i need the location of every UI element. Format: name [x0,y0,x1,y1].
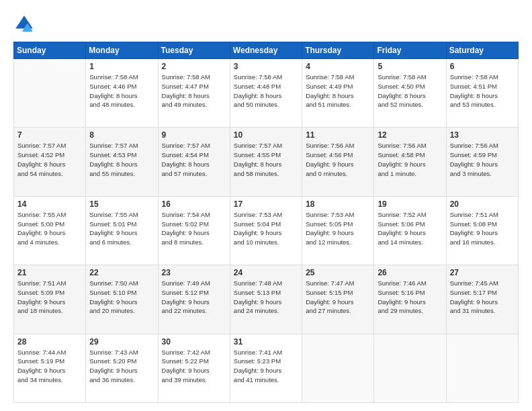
day-number: 22 [89,268,154,277]
day-info: Sunrise: 7:57 AMSunset: 4:52 PMDaylight:… [17,141,82,178]
day-number: 12 [378,130,442,140]
calendar-cell [302,334,374,402]
calendar-cell: 24Sunrise: 7:48 AMSunset: 5:13 PMDayligh… [230,265,302,334]
calendar-cell [374,334,446,402]
calendar-cell: 14Sunrise: 7:55 AMSunset: 5:00 PMDayligh… [14,196,86,265]
calendar-cell [14,59,86,128]
day-number: 3 [234,62,298,71]
weekday-header-thursday: Thursday [302,42,374,59]
calendar-cell: 29Sunrise: 7:43 AMSunset: 5:20 PMDayligh… [86,334,158,402]
calendar-cell: 5Sunrise: 7:58 AMSunset: 4:50 PMDaylight… [374,59,446,128]
day-number: 1 [89,62,154,71]
day-info: Sunrise: 7:58 AMSunset: 4:49 PMDaylight:… [306,73,370,109]
day-info: Sunrise: 7:55 AMSunset: 5:01 PMDaylight:… [89,210,154,247]
day-number: 27 [450,268,515,277]
day-info: Sunrise: 7:45 AMSunset: 5:17 PMDaylight:… [450,279,515,316]
day-number: 25 [306,268,370,277]
day-info: Sunrise: 7:56 AMSunset: 4:58 PMDaylight:… [378,141,442,178]
day-info: Sunrise: 7:42 AMSunset: 5:22 PMDaylight:… [162,348,226,385]
day-info: Sunrise: 7:57 AMSunset: 4:53 PMDaylight:… [89,141,154,178]
day-info: Sunrise: 7:53 AMSunset: 5:05 PMDaylight:… [306,210,370,247]
calendar-cell: 21Sunrise: 7:51 AMSunset: 5:09 PMDayligh… [14,265,86,334]
day-info: Sunrise: 7:58 AMSunset: 4:47 PMDaylight:… [162,73,226,109]
day-info: Sunrise: 7:44 AMSunset: 5:19 PMDaylight:… [17,348,82,385]
calendar-cell: 25Sunrise: 7:47 AMSunset: 5:15 PMDayligh… [302,265,374,334]
calendar-cell: 4Sunrise: 7:58 AMSunset: 4:49 PMDaylight… [302,59,374,128]
weekday-header-row: SundayMondayTuesdayWednesdayThursdayFrid… [14,42,519,59]
calendar-cell: 3Sunrise: 7:58 AMSunset: 4:48 PMDaylight… [230,59,302,128]
weekday-header-friday: Friday [374,42,446,59]
day-info: Sunrise: 7:58 AMSunset: 4:51 PMDaylight:… [450,73,515,109]
day-number: 21 [17,268,82,277]
weekday-header-monday: Monday [86,42,158,59]
calendar-cell: 19Sunrise: 7:52 AMSunset: 5:06 PMDayligh… [374,196,446,265]
day-info: Sunrise: 7:46 AMSunset: 5:16 PMDaylight:… [378,279,442,316]
weekday-header-saturday: Saturday [446,42,518,59]
calendar-cell: 17Sunrise: 7:53 AMSunset: 5:04 PMDayligh… [230,196,302,265]
day-number: 16 [162,199,226,209]
calendar-cell: 18Sunrise: 7:53 AMSunset: 5:05 PMDayligh… [302,196,374,265]
calendar-week-row: 28Sunrise: 7:44 AMSunset: 5:19 PMDayligh… [14,334,519,402]
calendar-cell: 20Sunrise: 7:51 AMSunset: 5:08 PMDayligh… [446,196,518,265]
calendar-week-row: 1Sunrise: 7:58 AMSunset: 4:46 PMDaylight… [14,59,519,128]
calendar-cell: 1Sunrise: 7:58 AMSunset: 4:46 PMDaylight… [86,59,158,128]
day-number: 6 [450,62,515,71]
day-info: Sunrise: 7:43 AMSunset: 5:20 PMDaylight:… [89,348,154,385]
calendar-cell: 11Sunrise: 7:56 AMSunset: 4:56 PMDayligh… [302,128,374,196]
day-number: 7 [17,130,82,140]
day-number: 28 [17,337,82,347]
page: SundayMondayTuesdayWednesdayThursdayFrid… [0,0,532,411]
day-info: Sunrise: 7:58 AMSunset: 4:46 PMDaylight:… [89,73,154,109]
logo [13,13,38,35]
calendar-cell: 26Sunrise: 7:46 AMSunset: 5:16 PMDayligh… [374,265,446,334]
calendar-cell: 13Sunrise: 7:56 AMSunset: 4:59 PMDayligh… [446,128,518,196]
day-number: 15 [89,199,154,209]
weekday-header-wednesday: Wednesday [230,42,302,59]
day-number: 26 [378,268,442,277]
day-number: 10 [234,130,298,140]
day-number: 24 [234,268,298,277]
day-number: 23 [162,268,226,277]
day-info: Sunrise: 7:58 AMSunset: 4:48 PMDaylight:… [234,73,298,109]
day-number: 13 [450,130,515,140]
day-info: Sunrise: 7:49 AMSunset: 5:12 PMDaylight:… [162,279,226,316]
calendar-table: SundayMondayTuesdayWednesdayThursdayFrid… [13,42,519,403]
calendar-week-row: 14Sunrise: 7:55 AMSunset: 5:00 PMDayligh… [14,196,519,265]
calendar-cell: 30Sunrise: 7:42 AMSunset: 5:22 PMDayligh… [158,334,230,402]
calendar-cell: 22Sunrise: 7:50 AMSunset: 5:10 PMDayligh… [86,265,158,334]
day-info: Sunrise: 7:55 AMSunset: 5:00 PMDaylight:… [17,210,82,247]
day-info: Sunrise: 7:57 AMSunset: 4:55 PMDaylight:… [234,141,298,178]
day-info: Sunrise: 7:56 AMSunset: 4:59 PMDaylight:… [450,141,515,178]
calendar-cell: 12Sunrise: 7:56 AMSunset: 4:58 PMDayligh… [374,128,446,196]
day-info: Sunrise: 7:53 AMSunset: 5:04 PMDaylight:… [234,210,298,247]
day-info: Sunrise: 7:41 AMSunset: 5:23 PMDaylight:… [234,348,298,385]
calendar-cell: 8Sunrise: 7:57 AMSunset: 4:53 PMDaylight… [86,128,158,196]
day-info: Sunrise: 7:54 AMSunset: 5:02 PMDaylight:… [162,210,226,247]
day-number: 20 [450,199,515,209]
svg-marker-0 [15,15,33,28]
day-number: 8 [89,130,154,140]
day-info: Sunrise: 7:52 AMSunset: 5:06 PMDaylight:… [378,210,442,247]
day-info: Sunrise: 7:57 AMSunset: 4:54 PMDaylight:… [162,141,226,178]
day-number: 29 [89,337,154,347]
day-number: 14 [17,199,82,209]
day-info: Sunrise: 7:48 AMSunset: 5:13 PMDaylight:… [234,279,298,316]
day-info: Sunrise: 7:58 AMSunset: 4:50 PMDaylight:… [378,73,442,109]
calendar-cell [446,334,518,402]
weekday-header-tuesday: Tuesday [158,42,230,59]
header [13,11,519,35]
calendar-cell: 9Sunrise: 7:57 AMSunset: 4:54 PMDaylight… [158,128,230,196]
day-number: 2 [162,62,226,71]
calendar-cell: 31Sunrise: 7:41 AMSunset: 5:23 PMDayligh… [230,334,302,402]
logo-icon [13,13,35,35]
calendar-cell: 16Sunrise: 7:54 AMSunset: 5:02 PMDayligh… [158,196,230,265]
calendar-cell: 7Sunrise: 7:57 AMSunset: 4:52 PMDaylight… [14,128,86,196]
calendar-cell: 15Sunrise: 7:55 AMSunset: 5:01 PMDayligh… [86,196,158,265]
day-number: 19 [378,199,442,209]
day-info: Sunrise: 7:56 AMSunset: 4:56 PMDaylight:… [306,141,370,178]
day-number: 18 [306,199,370,209]
calendar-week-row: 21Sunrise: 7:51 AMSunset: 5:09 PMDayligh… [14,265,519,334]
day-number: 31 [234,337,298,347]
calendar-cell: 27Sunrise: 7:45 AMSunset: 5:17 PMDayligh… [446,265,518,334]
calendar-cell: 6Sunrise: 7:58 AMSunset: 4:51 PMDaylight… [446,59,518,128]
